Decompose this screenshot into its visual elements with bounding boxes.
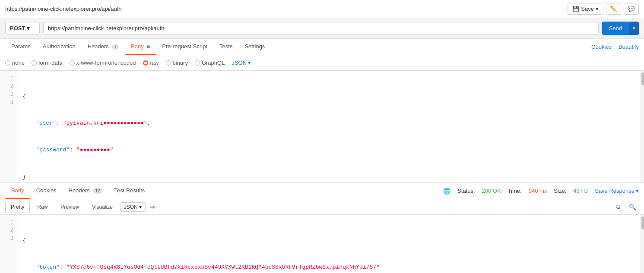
radio-none-dot <box>5 60 10 66</box>
response-meta: 🌐 Status: 200 OK Time: 940 ms Size: 497 … <box>443 188 639 195</box>
save-icon: 💾 <box>572 6 579 12</box>
tab-tests[interactable]: Tests <box>213 39 238 55</box>
time-label: Time: <box>508 188 522 194</box>
beautify-link[interactable]: Beautify <box>619 44 639 50</box>
response-tabs-row: Body Cookies Headers 12 Test Results 🌐 S… <box>0 183 644 199</box>
send-dropdown-button[interactable]: ▾ <box>629 22 639 35</box>
send-button[interactable]: Send <box>602 22 629 35</box>
time-value: 940 ms <box>529 188 547 194</box>
code-line-2: "user": "sylvain.kri●●●●●●●●●●●●", <box>22 119 639 128</box>
resp-line-2: "token": "YXS7c6vTfGsq4R8LYusOd4-oQtLUBf… <box>22 263 639 272</box>
tab-headers[interactable]: Headers 7 <box>82 39 125 55</box>
editor-scrollbar[interactable] <box>641 71 644 182</box>
resp-copy-button[interactable]: ⧉ <box>613 202 623 211</box>
method-label: POST <box>10 25 25 31</box>
tab-pre-request[interactable]: Pre-request Script <box>156 39 213 55</box>
send-container: Send ▾ <box>602 22 639 35</box>
method-dropdown-icon: ▾ <box>27 25 30 31</box>
radio-form-data-dot <box>32 60 37 66</box>
cookies-link[interactable]: Cookies <box>591 44 612 50</box>
headers-badge: 7 <box>112 44 119 50</box>
resp-scroll-thumb <box>641 217 644 229</box>
resp-search-button[interactable]: 🔍 <box>626 202 639 211</box>
resp-headers-badge: 12 <box>93 188 102 194</box>
radio-graphql[interactable]: GraphQL <box>195 60 225 66</box>
tab-params[interactable]: Params <box>5 39 37 55</box>
top-bar-actions: 💾 Save ▾ ✏️ 💬 <box>568 3 639 15</box>
save-response-button[interactable]: Save Response ▾ <box>595 188 639 194</box>
fmt-pretty-button[interactable]: Pretty <box>5 202 30 212</box>
fmt-visualize-button[interactable]: Visualize <box>86 202 118 212</box>
radio-binary[interactable]: binary <box>166 60 188 66</box>
resp-format-left: Pretty Raw Preview Visualize JSON ▾ ⇒ <box>5 202 158 212</box>
format-selector[interactable]: JSON ▾ <box>232 60 251 66</box>
tab-body[interactable]: Body <box>125 39 156 55</box>
comment-icon-button[interactable]: 💬 <box>624 3 639 15</box>
radio-raw-dot <box>143 60 148 66</box>
globe-icon: 🌐 <box>443 188 450 195</box>
status-value: 200 OK <box>482 188 501 194</box>
radio-raw[interactable]: raw <box>143 60 159 66</box>
method-selector[interactable]: POST ▾ <box>5 22 40 35</box>
save-button[interactable]: 💾 Save ▾ <box>568 3 603 15</box>
scroll-thumb <box>641 72 644 85</box>
code-line-3: "password": "●●●●●●●●●" <box>22 146 639 155</box>
resp-format-right: ⧉ 🔍 <box>613 202 639 211</box>
radio-none[interactable]: none <box>5 60 25 66</box>
radio-binary-dot <box>166 60 171 66</box>
status-label: Status: <box>457 188 475 194</box>
response-tabs-left: Body Cookies Headers 12 Test Results <box>5 183 151 199</box>
url-bar: POST ▾ Send ▾ <box>0 18 644 39</box>
size-value: 497 B <box>573 188 588 194</box>
tab-settings[interactable]: Settings <box>238 39 271 55</box>
resp-line-numbers: 1 2 3 <box>0 215 17 273</box>
request-tabs-left: Params Authorization Headers 7 Body Pre-… <box>5 39 271 55</box>
fmt-raw-button[interactable]: Raw <box>32 202 53 212</box>
fmt-preview-button[interactable]: Preview <box>55 202 85 212</box>
resp-filter-button[interactable]: ⇒ <box>147 203 158 211</box>
save-dropdown-icon: ▾ <box>596 6 599 12</box>
line-numbers: 1 2 3 4 <box>0 71 17 183</box>
body-type-row: none form-data x-www-form-urlencoded raw… <box>0 55 644 71</box>
resp-code-content: { "token": "YXS7c6vTfGsq4R8LYusOd4-oQtLU… <box>17 215 644 273</box>
resp-tab-headers[interactable]: Headers 12 <box>63 183 108 199</box>
request-editor[interactable]: 1 2 3 4 { "user": "sylvain.kri●●●●●●●●●●… <box>0 71 644 183</box>
request-tabs-row: Params Authorization Headers 7 Body Pre-… <box>0 39 644 55</box>
top-bar: https://patrimoine-click.netexplorer.pro… <box>0 0 644 18</box>
request-tabs-right: Cookies Beautify <box>591 44 639 50</box>
edit-icon-button[interactable]: ✏️ <box>606 3 621 15</box>
resp-tab-test-results[interactable]: Test Results <box>108 183 151 199</box>
radio-graphql-dot <box>195 60 200 66</box>
resp-format-selector[interactable]: JSON ▾ <box>120 202 146 212</box>
resp-line-1: { <box>22 236 639 245</box>
url-input[interactable] <box>43 22 599 35</box>
response-editor[interactable]: 1 2 3 { "token": "YXS7c6vTfGsq4R8LYusOd4… <box>0 215 644 273</box>
body-active-dot <box>147 45 150 48</box>
size-label: Size: <box>554 188 566 194</box>
resp-scrollbar[interactable] <box>641 215 644 273</box>
resp-tab-body[interactable]: Body <box>5 183 30 199</box>
code-line-4: } <box>22 173 639 182</box>
resp-tab-cookies[interactable]: Cookies <box>30 183 63 199</box>
radio-form-data[interactable]: form-data <box>32 60 63 66</box>
code-content[interactable]: { "user": "sylvain.kri●●●●●●●●●●●●", "pa… <box>17 71 644 183</box>
code-line-1: { <box>22 92 639 101</box>
radio-urlencoded[interactable]: x-www-form-urlencoded <box>70 60 136 66</box>
response-format-row: Pretty Raw Preview Visualize JSON ▾ ⇒ ⧉ … <box>0 199 644 215</box>
radio-urlencoded-dot <box>70 60 75 66</box>
page-title: https://patrimoine-click.netexplorer.pro… <box>5 6 122 12</box>
tab-authorization[interactable]: Authorization <box>37 39 82 55</box>
